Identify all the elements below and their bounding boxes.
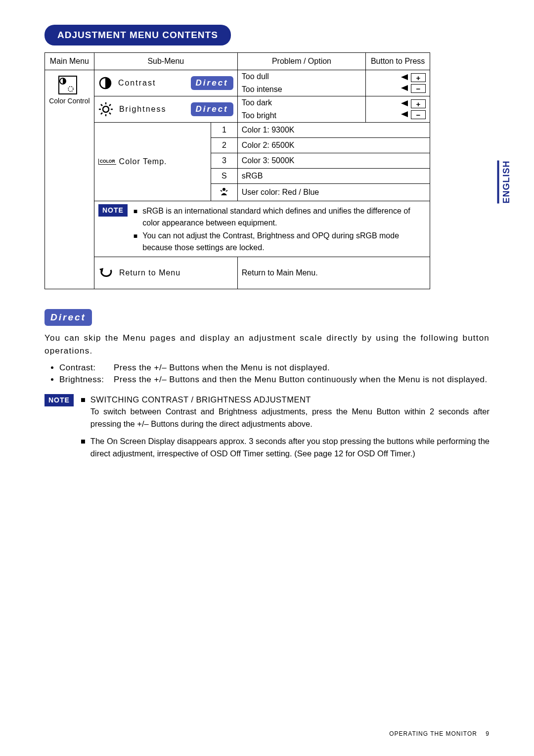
footer-page: 9 [486,730,490,737]
contrast-label: Contrast [118,79,156,88]
brightness-opt-bright: Too bright [238,109,365,122]
page-title-pill: ADJUSTMENT MENU CONTENTS [44,25,231,45]
pointer-icon [401,84,409,93]
footer-label: OPERATING THE MONITOR [389,730,477,737]
svg-line-9 [101,104,102,106]
svg-line-10 [109,113,111,114]
direct-item-contrast: Contrast: Press the +/– Buttons when the… [59,363,490,373]
pointer-icon [401,73,409,82]
svg-line-14 [221,190,222,191]
svg-line-11 [109,104,111,106]
contrast-cell: Contrast Direct [94,70,237,96]
note-text-2: You can not adjust the Contrast, Brightn… [142,230,426,254]
header-button: Button to Press [366,53,430,70]
contrast-direct-badge: Direct [191,76,233,90]
direct-term-contrast: Contrast: [59,363,114,373]
svg-point-2 [68,87,73,91]
colortemp-box-icon: COLOR [98,159,116,165]
colortemp-label: Color Temp. [119,157,167,166]
note-cell: NOTE ■sRGB is an international standard … [94,201,430,257]
contrast-options: Too dull Too intense [237,70,365,96]
note-text-1: sRGB is an international standard which … [142,205,426,229]
minus-button[interactable]: − [411,84,426,93]
direct-section: Direct You can skip the Menu pages and d… [44,309,490,464]
header-main-menu: Main Menu [45,53,94,70]
colortemp-key-1: 1 [211,123,238,138]
direct-section-badge: Direct [44,309,92,326]
osd-body: The On Screen Display disappears approx.… [90,435,490,460]
direct-bullet-list: Contrast: Press the +/– Buttons when the… [44,363,490,385]
brightness-direct-badge: Direct [191,102,233,116]
contrast-buttons: + − [366,70,430,96]
direct-desc-brightness: Press the +/– Buttons and then the Menu … [114,375,490,385]
direct-intro: You can skip the Menu pages and display … [44,332,490,358]
brightness-options: Too dark Too bright [237,96,365,123]
contrast-icon [98,76,112,90]
plus-button[interactable]: + [411,99,426,108]
colortemp-key-3: 3 [211,153,238,169]
person-icon [220,187,228,196]
pointer-icon [401,99,409,108]
brightness-label: Brightness [119,105,167,114]
main-menu-label: Color Control [49,97,90,105]
direct-term-brightness: Brightness: [59,375,114,385]
page-footer: OPERATING THE MONITOR 9 [389,730,490,737]
brightness-cell: Brightness Direct [94,96,237,123]
return-cell: Return to Menu [94,257,237,289]
colortemp-key-user [211,184,238,201]
colortemp-val-s: sRGB [237,169,430,184]
note-badge: NOTE [98,204,128,217]
direct-note-block: NOTE ■ SWITCHING CONTRAST / BRIGHTNESS A… [44,394,490,465]
colortemp-val-user: User color: Red / Blue [237,184,430,201]
direct-item-brightness: Brightness: Press the +/– Buttons and th… [59,375,490,385]
return-icon [98,267,113,279]
main-menu-cell: Color Control [45,70,94,289]
language-tab-label: ENGLISH [501,161,511,204]
colortemp-label-cell: COLOR Color Temp. [94,123,211,201]
svg-point-13 [222,188,225,191]
contrast-opt-intense: Too intense [238,83,365,96]
adjustment-menu-table: Main Menu Sub-Menu Problem / Option Butt… [44,52,430,289]
brightness-buttons: + − [366,96,430,123]
colortemp-key-s: S [211,169,238,184]
header-problem: Problem / Option [237,53,365,70]
svg-point-4 [103,106,109,112]
direct-note-badge: NOTE [44,394,74,406]
colortemp-val-3: Color 3: 5000K [237,153,430,169]
svg-line-15 [226,190,227,191]
minus-button[interactable]: − [411,110,426,119]
switching-body: To switch between Contrast and Brightnes… [90,405,490,430]
direct-desc-contrast: Press the +/– Buttons when the Menu is n… [114,363,330,373]
page-title: ADJUSTMENT MENU CONTENTS [57,30,218,40]
contrast-opt-dull: Too dull [238,70,365,83]
svg-line-12 [101,113,102,114]
switching-title: SWITCHING CONTRAST / BRIGHTNESS ADJUSTME… [90,394,490,406]
return-desc: Return to Main Menu. [237,257,430,289]
plus-button[interactable]: + [411,73,426,82]
colortemp-val-1: Color 1: 9300K [237,123,430,138]
return-label: Return to Menu [119,268,180,277]
brightness-icon [98,102,113,117]
header-sub-menu: Sub-Menu [94,53,237,70]
pointer-icon [401,110,409,119]
language-tab: ENGLISH [497,161,512,204]
brightness-opt-dark: Too dark [238,96,365,109]
colortemp-key-2: 2 [211,138,238,153]
colortemp-val-2: Color 2: 6500K [237,138,430,153]
color-control-icon [58,75,78,95]
